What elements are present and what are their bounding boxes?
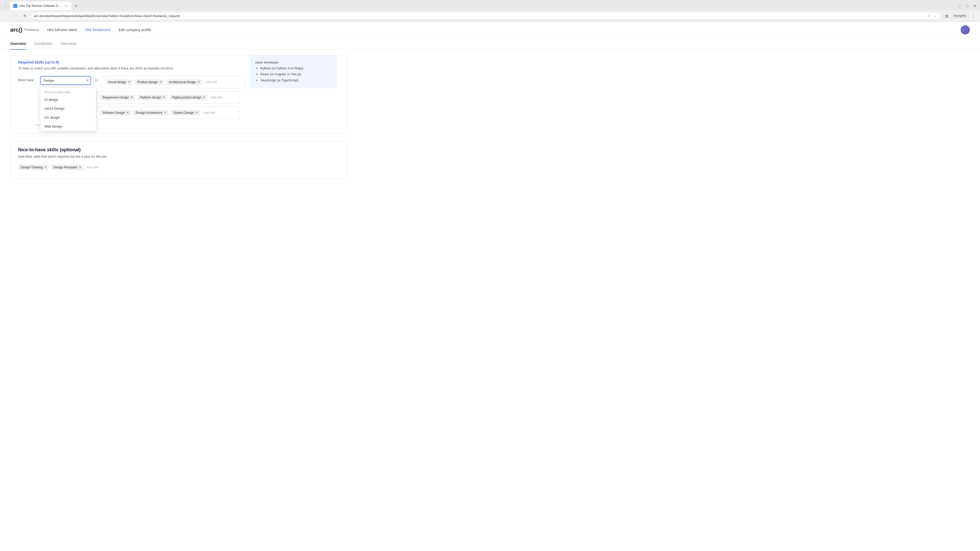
remove-architectural-design[interactable]: ✕ [197, 81, 200, 83]
incognito-badge: Incognito [952, 14, 968, 18]
required-skills-title-text: Required Skills (up to 8) [18, 60, 59, 64]
right-panel-list-item-1: Python (or Python 3 or Ruby) [260, 65, 332, 71]
nice-to-have-section: Nice-to-have skills (optional) Add other… [10, 141, 347, 179]
dropdown-scroll-area[interactable]: Recommended skills UI design UX/UI Desig… [40, 87, 96, 131]
content-area: Required Skills (up to 8) To help us mat… [10, 55, 347, 179]
skill-tag-label: Design Architecture [136, 111, 162, 114]
nice-tag-design-principles: Design Principles ✕ [51, 165, 84, 170]
remove-platform-design[interactable]: ✕ [162, 96, 165, 99]
skill-tag-label: System Design [173, 111, 194, 114]
right-panel-list-item-3: JavaScript (or TypeScript) [260, 77, 332, 83]
active-tab[interactable]: Hire Top Remote Software Dev... ✕ [10, 2, 72, 10]
tab-overview[interactable]: Overview [10, 38, 26, 50]
search-input-wrapper: ✕ Recommended skills UI design UX/UI Des… [40, 76, 91, 85]
dropdown-item-web-design[interactable]: Web Design [40, 122, 96, 131]
remove-digital-product-design[interactable]: ✕ [203, 96, 205, 99]
browser-chrome: ‹ Hire Top Remote Software Dev... ✕ + – … [0, 0, 980, 22]
remove-design-principles[interactable]: ✕ [79, 166, 81, 168]
remove-product-design[interactable]: ✕ [159, 81, 162, 83]
skill-tag-label: Product design [137, 80, 158, 84]
must-have-label: Must have [18, 76, 36, 82]
skill-tag-label: Architectural Design [169, 80, 196, 84]
skill-tag-label: Design Principles [54, 165, 77, 169]
plus-icon: + [36, 123, 38, 127]
browser-toolbar: ← → ↻ arc.dev/dashboard/requests/kdyp4k9… [0, 10, 980, 21]
skill-tag-digital-product-design: Digital product design ✕ [169, 95, 208, 100]
skills-dropdown: Recommended skills UI design UX/UI Desig… [40, 87, 96, 131]
incognito-label: Incognito [954, 14, 966, 17]
dropdown-item-uxui-design[interactable]: UX/UI Design [40, 104, 96, 113]
dropdown-item-ux-design[interactable]: UX design [40, 113, 96, 122]
skill-tag-design-architecture: Design Architecture ✕ [133, 110, 169, 116]
nav-edit-company[interactable]: Edit company profile [119, 27, 151, 33]
skill-tag-label: Digital product design [172, 96, 201, 99]
remove-design-architecture[interactable]: ✕ [164, 111, 166, 114]
maximize-button[interactable]: □ [964, 3, 970, 9]
nav-hire-freelancers[interactable]: Hire freelancers [85, 27, 110, 33]
right-panel-list-item-2: React (or Angular or Vue.js) [260, 71, 332, 77]
skill-tags-row-3: Software Design ✕ Design Architecture ✕ … [97, 106, 239, 119]
skill-tag-label: Platform design [140, 96, 161, 99]
toolbar-right: ▤ Incognito ⋮ [943, 12, 977, 19]
logo-subtitle: Freelance [24, 28, 39, 32]
add-skill-nice[interactable]: Add skill [86, 165, 99, 170]
new-tab-button[interactable]: + [73, 2, 80, 10]
more-menu-button[interactable]: ⋮ [970, 12, 977, 19]
clear-input-icon[interactable]: ✕ [86, 78, 89, 83]
tab-arrow-left[interactable]: ‹ [2, 2, 9, 10]
forward-button[interactable]: → [12, 12, 19, 19]
skill-tag-label: Design Thinking [21, 165, 43, 169]
right-panel: stack developer. Python (or Python 3 or … [250, 55, 337, 88]
tab-close-button[interactable]: ✕ [64, 4, 68, 8]
skill-tag-label: Visual design [108, 80, 126, 84]
add-skill-row1[interactable]: Add skill [204, 79, 218, 85]
download-icon[interactable]: ↓ [933, 14, 938, 18]
skill-search-input[interactable] [40, 76, 91, 85]
or-label-1: or [95, 76, 98, 82]
remove-design-thinking[interactable]: ✕ [44, 166, 46, 168]
skill-tag-label: Software Design [102, 111, 125, 114]
nav-hire-fulltime[interactable]: Hire full-time talent [48, 27, 77, 33]
skill-tag-responsive-design: Responsive Design ✕ [100, 95, 135, 100]
tab-title: Hire Top Remote Software Dev... [19, 4, 62, 8]
add-skill-row2[interactable]: Add skill [210, 95, 223, 100]
user-avatar[interactable] [961, 25, 970, 35]
address-icons: ☆ ↓ [927, 14, 938, 18]
window-controls: – □ ✕ [956, 3, 978, 9]
skill-tag-system-design: System Design ✕ [171, 110, 200, 116]
tab-interviews[interactable]: Interviews [60, 38, 76, 50]
back-button[interactable]: ← [3, 12, 10, 19]
main-nav: Hire full-time talent Hire freelancers E… [48, 27, 961, 33]
nice-to-have-tags: Design Thinking ✕ Design Principles ✕ Ad… [18, 162, 339, 172]
right-panel-text: stack developer. [255, 60, 332, 65]
remove-responsive-design[interactable]: ✕ [130, 96, 133, 99]
minimize-button[interactable]: – [956, 3, 963, 9]
main-content: Required Skills (up to 8) To help us mat… [0, 50, 357, 184]
dropdown-section-label: Recommended skills [40, 87, 96, 95]
tab-favicon [13, 4, 18, 8]
logo-text: arc() [10, 27, 22, 33]
add-skill-row3[interactable]: Add skill [202, 110, 216, 116]
right-panel-list: Python (or Python 3 or Ruby) React (or A… [255, 65, 332, 83]
skill-tag-visual-design: Visual design ✕ [106, 79, 133, 85]
bookmark-icon[interactable]: ☆ [927, 14, 932, 18]
nice-to-have-title: Nice-to-have skills (optional) [18, 147, 339, 152]
remove-visual-design[interactable]: ✕ [128, 81, 130, 83]
skill-tags-row-1: Visual design ✕ Product design ✕ Archite… [102, 76, 245, 88]
close-button[interactable]: ✕ [972, 3, 978, 9]
remove-system-design[interactable]: ✕ [196, 111, 198, 114]
skill-tags-row-2: Responsive Design ✕ Platform design ✕ Di… [97, 91, 239, 103]
address-text: arc.dev/dashboard/requests/kdyp4k9q28/ov… [34, 14, 925, 18]
nice-to-have-desc: Add other skills that aren't required bu… [18, 155, 339, 159]
app-header: arc() Freelance Hire full-time talent Hi… [0, 22, 980, 38]
address-bar[interactable]: arc.dev/dashboard/requests/kdyp4k9q28/ov… [30, 12, 941, 20]
reload-button[interactable]: ↻ [21, 12, 29, 19]
skill-tag-product-design: Product design ✕ [135, 79, 164, 85]
dropdown-item-ui-design[interactable]: UI design [40, 95, 96, 104]
remove-software-design[interactable]: ✕ [126, 111, 129, 114]
tab-candidates[interactable]: Candidates [34, 38, 52, 50]
skill-tag-software-design: Software Design ✕ [100, 110, 131, 116]
page-tabs: Overview Candidates Interviews [0, 38, 980, 50]
extensions-icon[interactable]: ▤ [943, 12, 950, 19]
skill-tag-platform-design: Platform design ✕ [137, 95, 167, 100]
